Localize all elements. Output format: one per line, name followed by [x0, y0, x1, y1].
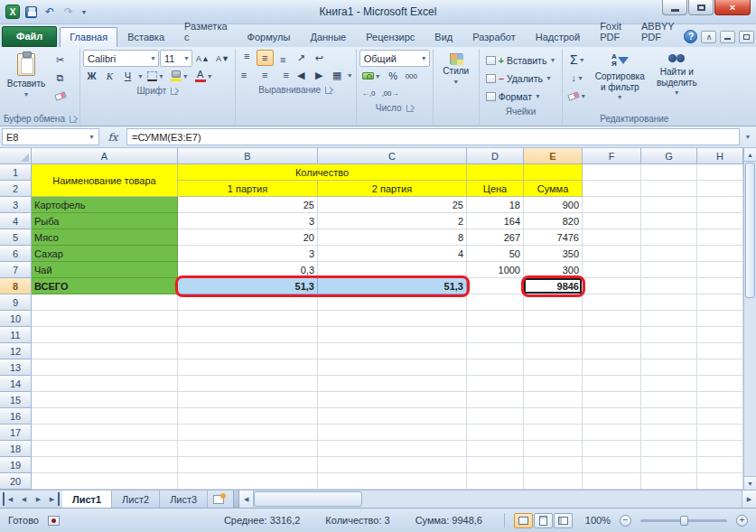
name-box-dropdown-arrow[interactable]: ▼	[89, 134, 95, 140]
cell-B9[interactable]	[178, 294, 318, 311]
col-header-H[interactable]: H	[697, 148, 743, 164]
tab-formulas[interactable]: Формулы	[238, 27, 301, 47]
cell-C14[interactable]	[318, 376, 467, 392]
name-box[interactable]: E8▼	[2, 128, 99, 145]
cell-E14[interactable]	[524, 376, 583, 392]
clear-button[interactable]: ▼	[565, 88, 589, 104]
cell-B8[interactable]: 51,3	[178, 278, 318, 294]
zoom-in-button[interactable]: +	[736, 515, 748, 527]
cell-A15[interactable]	[32, 392, 178, 408]
cell-G8[interactable]	[641, 278, 697, 294]
tab-page-layout[interactable]: Разметка с	[174, 16, 238, 47]
bold-button[interactable]: Ж	[83, 68, 100, 84]
cell-A17[interactable]	[32, 425, 178, 441]
col-header-F[interactable]: F	[583, 148, 641, 164]
cell-E18[interactable]	[524, 441, 583, 457]
align-middle-button[interactable]: ≡	[257, 50, 274, 66]
tab-developer[interactable]: Разработ	[462, 27, 525, 47]
cell-D1[interactable]	[467, 164, 524, 181]
cell-B3[interactable]: 25	[178, 197, 318, 213]
undo-button[interactable]: ↶	[42, 5, 58, 20]
cell-F6[interactable]	[583, 246, 641, 262]
cell-H15[interactable]	[697, 392, 743, 408]
row-header-19[interactable]: 19	[0, 457, 32, 473]
cell-E6[interactable]: 350	[524, 246, 583, 262]
cell-E13[interactable]	[524, 359, 583, 376]
cell-E3[interactable]: 900	[524, 197, 583, 213]
record-macro-button[interactable]	[48, 516, 60, 526]
cell-F1[interactable]	[583, 164, 641, 181]
vertical-scrollbar[interactable]: ▲ ▼	[743, 148, 756, 490]
align-top-button[interactable]: ≡	[238, 50, 256, 66]
row-header-17[interactable]: 17	[0, 425, 32, 441]
increase-indent-button[interactable]: ▶	[311, 67, 328, 83]
cell-D17[interactable]	[467, 425, 524, 441]
cell-A11[interactable]	[32, 327, 178, 343]
paste-dropdown-arrow[interactable]: ▼	[23, 91, 30, 98]
row-header-4[interactable]: 4	[0, 213, 32, 229]
cell-B2[interactable]: 1 партия	[178, 181, 318, 197]
tab-file[interactable]: Файл	[2, 26, 57, 47]
cell-A8[interactable]: ВСЕГО	[32, 278, 178, 294]
cell-B7[interactable]: 0,3	[178, 262, 318, 278]
tab-foxit-pdf[interactable]: Foxit PDF	[590, 16, 631, 47]
autosum-button[interactable]: Σ▼	[565, 51, 589, 68]
cell-F10[interactable]	[583, 311, 641, 327]
cell-A19[interactable]	[32, 457, 178, 473]
horizontal-scroll-thumb[interactable]	[254, 491, 362, 507]
previous-sheet-button[interactable]: ◀	[17, 492, 31, 506]
vertical-scroll-thumb[interactable]	[745, 163, 755, 298]
cell-G14[interactable]	[641, 376, 697, 392]
cell-A14[interactable]	[32, 376, 178, 392]
cell-H12[interactable]	[697, 343, 743, 359]
qat-customize-dropdown[interactable]: ▼	[79, 5, 89, 20]
cell-H8[interactable]	[697, 278, 743, 294]
cell-C17[interactable]	[318, 425, 467, 441]
wrap-text-button[interactable]: ↩	[311, 50, 328, 66]
sheet-tab-list1[interactable]: Лист1	[62, 490, 112, 508]
align-bottom-button[interactable]: ≡	[275, 50, 292, 66]
cell-E17[interactable]	[524, 425, 583, 441]
cell-E10[interactable]	[524, 311, 583, 327]
comma-style-button[interactable]: 000	[403, 68, 420, 84]
fill-color-button[interactable]: ▼	[168, 68, 191, 84]
cell-F12[interactable]	[583, 343, 641, 359]
normal-view-button[interactable]	[514, 513, 533, 528]
accounting-format-button[interactable]: ▼	[359, 68, 384, 84]
cell-F17[interactable]	[583, 425, 641, 441]
cell-D10[interactable]	[467, 311, 524, 327]
cell-G5[interactable]	[641, 229, 697, 246]
cell-G2[interactable]	[641, 181, 697, 197]
cell-A6[interactable]: Сахар	[32, 246, 178, 262]
italic-button[interactable]: К	[101, 68, 118, 84]
cell-B14[interactable]	[178, 376, 318, 392]
cell-C3[interactable]: 25	[318, 197, 467, 213]
cell-E2[interactable]: Сумма	[524, 181, 583, 197]
grow-font-button[interactable]: А▲	[193, 51, 212, 67]
merge-center-button[interactable]: ▦	[329, 67, 346, 83]
minimize-button[interactable]	[662, 0, 687, 15]
cell-C16[interactable]	[318, 408, 467, 425]
cell-A20[interactable]	[32, 473, 178, 490]
col-header-G[interactable]: G	[641, 148, 697, 164]
decrease-decimal-button[interactable]: ,00→	[378, 85, 401, 101]
cell-F15[interactable]	[583, 392, 641, 408]
cell-F3[interactable]	[583, 197, 641, 213]
cell-E19[interactable]	[524, 457, 583, 473]
percent-style-button[interactable]: %	[385, 68, 402, 84]
number-dialog-launcher[interactable]	[406, 105, 414, 112]
zoom-level[interactable]: 100%	[582, 515, 611, 526]
underline-button[interactable]: Ч	[119, 68, 136, 84]
col-header-B[interactable]: B	[178, 148, 318, 164]
cell-C15[interactable]	[318, 392, 467, 408]
cell-C12[interactable]	[318, 343, 467, 359]
row-header-18[interactable]: 18	[0, 441, 32, 457]
cell-B4[interactable]: 3	[178, 213, 318, 229]
cell-A13[interactable]	[32, 359, 178, 376]
cell-B1[interactable]: Количество	[178, 164, 467, 181]
cell-B15[interactable]	[178, 392, 318, 408]
row-header-12[interactable]: 12	[0, 343, 32, 359]
cell-H7[interactable]	[697, 262, 743, 278]
cell-F9[interactable]	[583, 294, 641, 311]
borders-button[interactable]: ▼	[145, 68, 167, 84]
